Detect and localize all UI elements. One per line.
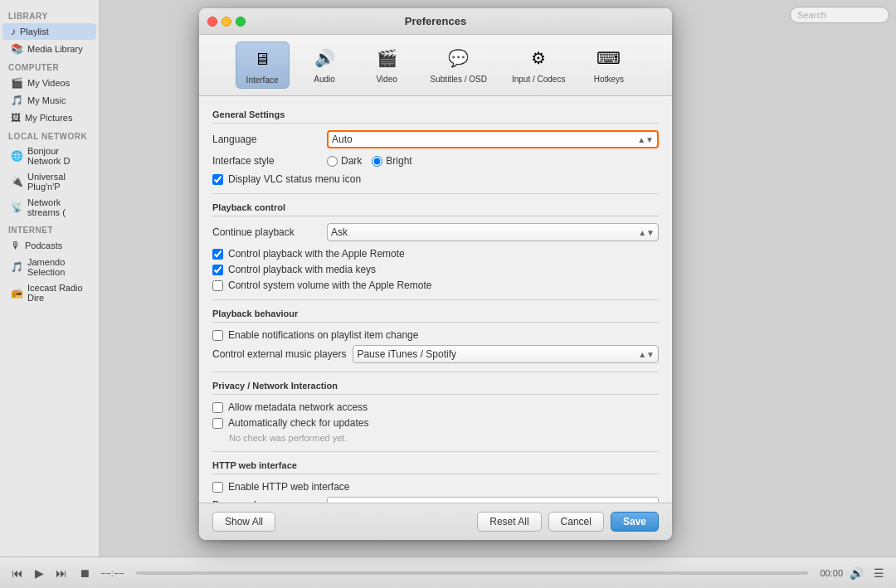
minimize-button[interactable] bbox=[222, 17, 231, 27]
toolbar-subtitles-label: Subtitles / OSD bbox=[431, 75, 487, 84]
computer-section-label: COMPUTER bbox=[0, 58, 99, 74]
play-button[interactable]: ▶ bbox=[32, 565, 47, 581]
display-vlc-checkbox[interactable] bbox=[212, 174, 223, 185]
my-music-icon: 🎵 bbox=[11, 95, 23, 106]
sidebar-item-label: Jamendo Selection bbox=[27, 257, 88, 277]
progress-track[interactable] bbox=[136, 571, 809, 575]
interface-style-label: Interface style bbox=[212, 155, 320, 167]
radio-bright[interactable]: Bright bbox=[372, 155, 411, 167]
radio-bright-label: Bright bbox=[386, 155, 411, 167]
sidebar-item-label: Icecast Radio Dire bbox=[27, 283, 88, 303]
allow-metadata-checkbox[interactable] bbox=[212, 402, 223, 413]
sidebar-item-playlist[interactable]: ♪ Playlist bbox=[2, 23, 96, 40]
interface-icon: 🖥 bbox=[249, 46, 275, 72]
toolbar-video[interactable]: 🎬 Video bbox=[360, 41, 414, 89]
toolbar-audio-label: Audio bbox=[314, 75, 335, 84]
cancel-button[interactable]: Cancel bbox=[548, 512, 604, 532]
control-external-select[interactable]: Pause iTunes / Spotify ▲▼ bbox=[353, 345, 659, 363]
enable-http-row: Enable HTTP web interface bbox=[212, 481, 659, 493]
toolbar-input-codecs[interactable]: ⚙ Input / Codecs bbox=[504, 41, 573, 89]
interface-style-row: Interface style Dark Bright bbox=[212, 155, 659, 167]
language-row: Language Auto ▲▼ bbox=[212, 130, 659, 148]
jamendo-icon: 🎵 bbox=[11, 261, 23, 273]
toolbar-hotkeys[interactable]: ⌨ Hotkeys bbox=[582, 41, 635, 89]
sidebar-item-media-library[interactable]: 📚 Media Library bbox=[2, 41, 96, 57]
enable-notifications-checkbox[interactable] bbox=[212, 330, 223, 341]
control-system-volume-row: Control system volume with the Apple Rem… bbox=[212, 279, 659, 291]
show-all-button[interactable]: Show All bbox=[212, 512, 275, 532]
language-select[interactable]: Auto ▲▼ bbox=[327, 130, 659, 148]
auto-check-updates-checkbox[interactable] bbox=[212, 418, 223, 429]
reset-all-button[interactable]: Reset All bbox=[477, 512, 541, 532]
continue-playback-label: Continue playback bbox=[212, 226, 320, 238]
radio-dark-label: Dark bbox=[341, 155, 362, 167]
stop-button[interactable]: ⏹ bbox=[75, 565, 94, 581]
sidebar-item-jamendo[interactable]: 🎵 Jamendo Selection bbox=[2, 255, 96, 279]
playback-behaviour-header: Playback behaviour bbox=[212, 309, 659, 323]
maximize-button[interactable] bbox=[236, 17, 246, 27]
auto-check-updates-label: Automatically check for updates bbox=[228, 417, 368, 429]
library-section-label: LIBRARY bbox=[0, 7, 99, 22]
playlist-toggle-button[interactable]: ☰ bbox=[870, 565, 888, 581]
continue-playback-value: Ask bbox=[331, 226, 348, 238]
sidebar-item-bonjour[interactable]: 🌐 Bonjour Network D bbox=[2, 143, 96, 168]
language-label: Language bbox=[212, 134, 320, 145]
radio-dark-input[interactable] bbox=[327, 156, 338, 167]
continue-playback-select[interactable]: Ask ▲▼ bbox=[327, 223, 659, 241]
toolbar-subtitles[interactable]: 💬 Subtitles / OSD bbox=[422, 41, 495, 89]
language-value: Auto bbox=[332, 134, 353, 145]
toolbar-video-label: Video bbox=[376, 75, 397, 84]
volume-icon[interactable]: 🔊 bbox=[850, 566, 864, 580]
allow-metadata-label: Allow metadata network access bbox=[228, 401, 368, 413]
media-library-icon: 📚 bbox=[11, 43, 23, 55]
sidebar-item-label: Media Library bbox=[27, 44, 83, 54]
control-apple-remote-checkbox[interactable] bbox=[212, 249, 223, 260]
time-elapsed: −−:−− bbox=[100, 568, 124, 578]
allow-metadata-row: Allow metadata network access bbox=[212, 401, 659, 413]
local-network-section-label: LOCAL NETWORK bbox=[0, 127, 99, 143]
continue-playback-arrow: ▲▼ bbox=[638, 228, 655, 237]
control-media-keys-checkbox[interactable] bbox=[212, 265, 223, 275]
traffic-lights bbox=[207, 17, 246, 27]
radio-dark[interactable]: Dark bbox=[327, 155, 362, 167]
sidebar-item-label: Network streams ( bbox=[27, 197, 88, 217]
radio-bright-input[interactable] bbox=[372, 156, 382, 167]
sidebar-item-label: Bonjour Network D bbox=[27, 146, 88, 166]
sidebar-item-my-videos[interactable]: 🎬 My Videos bbox=[2, 75, 96, 91]
network-streams-icon: 📡 bbox=[11, 202, 23, 213]
save-button[interactable]: Save bbox=[611, 512, 659, 532]
audio-icon: 🔊 bbox=[311, 45, 338, 71]
my-videos-icon: 🎬 bbox=[11, 77, 23, 89]
sidebar-item-icecast[interactable]: 📻 Icecast Radio Dire bbox=[2, 280, 96, 305]
enable-notifications-label: Enable notifications on playlist item ch… bbox=[228, 329, 418, 341]
control-media-keys-label: Control playback with media keys bbox=[228, 264, 376, 275]
sidebar-item-my-pictures[interactable]: 🖼 My Pictures bbox=[2, 109, 96, 126]
sidebar-item-my-music[interactable]: 🎵 My Music bbox=[2, 92, 96, 109]
toolbar-interface[interactable]: 🖥 Interface bbox=[236, 41, 290, 89]
sidebar-item-label: Podcasts bbox=[25, 241, 62, 250]
control-system-volume-label: Control system volume with the Apple Rem… bbox=[228, 279, 431, 291]
sidebar-item-upnp[interactable]: 🔌 Universal Plug'n'P bbox=[2, 169, 96, 194]
control-external-arrow: ▲▼ bbox=[638, 350, 655, 359]
player-controls: ⏮ ▶ ⏭ ⏹ bbox=[8, 565, 94, 581]
control-system-volume-checkbox[interactable] bbox=[212, 280, 223, 291]
toolbar-input-codecs-label: Input / Codecs bbox=[512, 75, 565, 84]
divider-1 bbox=[212, 193, 659, 194]
password-input[interactable] bbox=[327, 497, 659, 503]
main-content: Search Preferences 🖥 In bbox=[100, 0, 896, 556]
upnp-icon: 🔌 bbox=[11, 176, 23, 187]
previous-button[interactable]: ⏮ bbox=[8, 565, 27, 581]
toolbar-audio[interactable]: 🔊 Audio bbox=[298, 41, 352, 89]
time-total: 00:00 bbox=[820, 568, 843, 578]
internet-section-label: INTERNET bbox=[0, 221, 99, 236]
divider-3 bbox=[212, 372, 659, 372]
enable-http-checkbox[interactable] bbox=[212, 482, 223, 493]
sidebar-item-network-streams[interactable]: 📡 Network streams ( bbox=[2, 195, 96, 220]
dialog-title: Preferences bbox=[405, 15, 466, 27]
next-button[interactable]: ⏭ bbox=[52, 565, 71, 581]
podcasts-icon: 🎙 bbox=[11, 240, 21, 251]
close-button[interactable] bbox=[207, 17, 217, 27]
control-media-keys-row: Control playback with media keys bbox=[212, 264, 659, 275]
video-icon: 🎬 bbox=[373, 45, 400, 71]
sidebar-item-podcasts[interactable]: 🎙 Podcasts bbox=[2, 237, 96, 254]
